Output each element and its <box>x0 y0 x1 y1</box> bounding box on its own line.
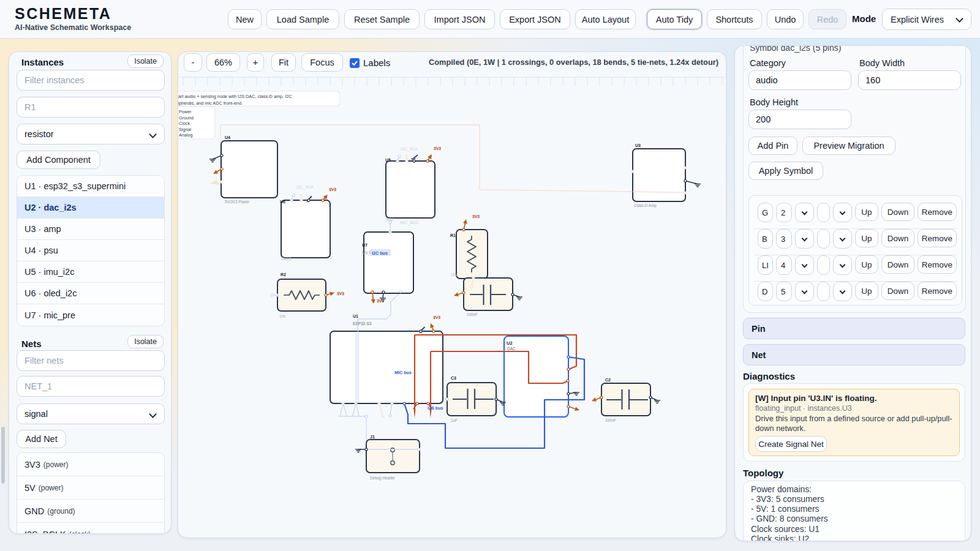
svg-text:R2: R2 <box>281 272 286 277</box>
svg-text:I2C_SDA: I2C_SDA <box>296 185 314 190</box>
svg-text:U4: U4 <box>225 135 230 140</box>
svg-text:MIC_ADC: MIC_ADC <box>400 220 419 225</box>
svg-text:10k: 10k <box>279 314 286 318</box>
svg-text:C3: C3 <box>451 376 456 380</box>
svg-text:ESP32-S3: ESP32-S3 <box>353 321 372 326</box>
svg-text:MIC bus: MIC bus <box>394 370 412 375</box>
svg-text:Clock: Clock <box>179 121 190 126</box>
svg-text:1uF: 1uF <box>451 418 458 422</box>
svg-text:DAC: DAC <box>507 347 516 351</box>
svg-text:Ground: Ground <box>179 115 194 121</box>
svg-text:peripherals, and mic ADC front: peripherals, and mic ADC front-end. <box>178 100 243 106</box>
svg-text:100nF: 100nF <box>467 312 478 317</box>
svg-text:U7: U7 <box>362 243 368 247</box>
svg-text:3V3: 3V3 <box>472 214 480 219</box>
svg-text:Power: Power <box>179 109 192 114</box>
svg-text:100nF: 100nF <box>605 418 616 422</box>
svg-text:3V3: 3V3 <box>329 187 336 192</box>
svg-text:Smart audio + sensing node wit: Smart audio + sensing node with I2S DAC,… <box>178 94 292 99</box>
svg-text:U6: U6 <box>280 200 285 204</box>
svg-text:U5: U5 <box>385 158 391 162</box>
svg-text:3V3: 3V3 <box>433 315 440 320</box>
svg-text:C2: C2 <box>605 378 611 382</box>
svg-text:Analog: Analog <box>179 132 192 138</box>
svg-text:I2C bus: I2C bus <box>372 250 388 256</box>
svg-text:U2: U2 <box>507 340 513 346</box>
svg-text:5V/3V3 Power: 5V/3V3 Power <box>225 200 249 204</box>
svg-text:R1: R1 <box>450 233 456 238</box>
svg-text:I2S bus: I2S bus <box>428 405 443 411</box>
svg-text:3V3: 3V3 <box>434 146 441 151</box>
svg-text:I2C_SDA: I2C_SDA <box>401 147 418 152</box>
svg-text:OLED: OLED <box>281 257 292 261</box>
svg-text:U3: U3 <box>635 143 641 148</box>
svg-text:10k: 10k <box>451 272 458 277</box>
svg-text:Signal: Signal <box>179 127 191 132</box>
svg-text:Class-D Amp: Class-D Amp <box>634 203 657 208</box>
svg-text:U1: U1 <box>353 314 358 318</box>
svg-text:Debug Header: Debug Header <box>370 476 395 481</box>
svg-text:J1: J1 <box>370 435 375 439</box>
svg-text:3V3: 3V3 <box>337 291 344 296</box>
